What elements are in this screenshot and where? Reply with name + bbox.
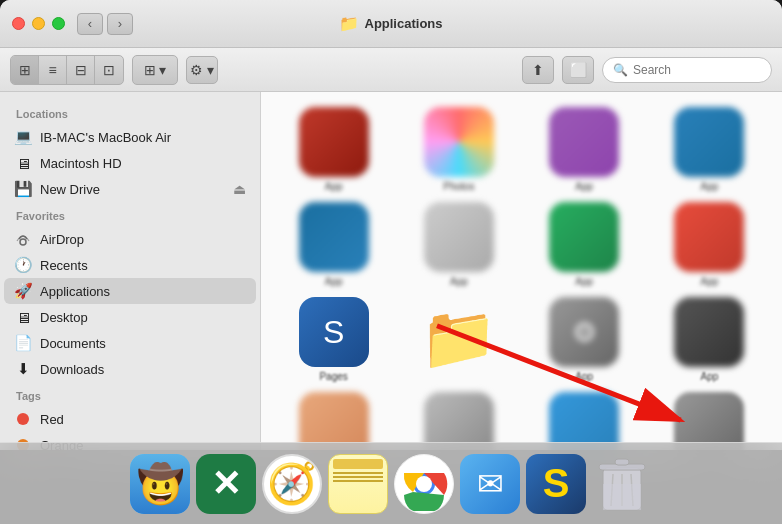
- dock-item-mail[interactable]: ✉: [460, 454, 520, 514]
- sidebar-item-macbook[interactable]: 💻 IB-MAC's MacBook Air: [4, 124, 256, 150]
- app-icon: [424, 202, 494, 272]
- share-button[interactable]: ⬆: [522, 56, 554, 84]
- sidebar-section-tags: Tags: [0, 382, 260, 406]
- titlebar: ‹ › 📁 Applications: [0, 0, 782, 48]
- window-title: 📁 Applications: [339, 14, 442, 33]
- search-input[interactable]: [633, 63, 761, 77]
- grid-view-button[interactable]: ⊞: [11, 56, 39, 84]
- list-item[interactable]: App: [401, 202, 516, 287]
- resize-icon: ⬜: [570, 62, 587, 78]
- sidebar-section-locations: Locations: [0, 100, 260, 124]
- app-icon: [674, 107, 744, 177]
- sidebar-item-recents-label: Recents: [40, 258, 88, 273]
- view-buttons-group1: ⊞ ≡ ⊟ ⊡: [10, 55, 124, 85]
- sidebar-item-desktop-label: Desktop: [40, 310, 88, 325]
- sidebar-item-red-label: Red: [40, 412, 64, 427]
- list-item[interactable]: App: [276, 107, 391, 192]
- group-button[interactable]: ⊞ ▾: [133, 56, 177, 84]
- sidebar-item-macbook-label: IB-MAC's MacBook Air: [40, 130, 171, 145]
- sidebar-item-downloads-label: Downloads: [40, 362, 104, 377]
- finder-icon: 🤠: [137, 462, 184, 506]
- list-item[interactable]: Photos: [401, 107, 516, 192]
- list-item[interactable]: S Pages: [276, 297, 391, 382]
- list-item[interactable]: App: [276, 202, 391, 287]
- action-button[interactable]: ⚙ ▾: [186, 56, 218, 84]
- app-name: App: [575, 276, 593, 287]
- safari-icon: 🧭: [267, 460, 317, 507]
- dock-item-chrome[interactable]: [394, 454, 454, 514]
- downloads-icon: ⬇: [14, 360, 32, 378]
- documents-icon: 📄: [14, 334, 32, 352]
- close-button[interactable]: [12, 17, 25, 30]
- sidebar-item-airdrop-label: AirDrop: [40, 232, 84, 247]
- app-icon: [549, 107, 619, 177]
- list-item[interactable]: App: [652, 202, 767, 287]
- maximize-button[interactable]: [52, 17, 65, 30]
- app-name: App: [700, 276, 718, 287]
- sidebar-item-documents-label: Documents: [40, 336, 106, 351]
- dock-item-notes[interactable]: [328, 454, 388, 514]
- toolbar: ⊞ ≡ ⊟ ⊡ ⊞ ▾ ⚙ ▾ ⬆ ⬜ 🔍: [0, 48, 782, 92]
- list-item[interactable]: 📁: [401, 297, 516, 382]
- list-item[interactable]: App: [527, 202, 642, 287]
- content-area: App Photos App App App: [261, 92, 782, 450]
- app-icon: [299, 107, 369, 177]
- share-icon: ⬆: [532, 62, 544, 78]
- sidebar-item-newdrive[interactable]: 💾 New Drive ⏏: [4, 176, 256, 202]
- dock-item-scrivener[interactable]: S: [526, 454, 586, 514]
- notes-line: [333, 476, 383, 478]
- list-item[interactable]: App: [527, 107, 642, 192]
- gear-icon: ⚙ ▾: [190, 62, 214, 78]
- dock-item-excel[interactable]: ✕: [196, 454, 256, 514]
- nav-buttons: ‹ ›: [77, 13, 133, 35]
- app-name: App: [575, 181, 593, 192]
- list-item[interactable]: App: [652, 107, 767, 192]
- minimize-button[interactable]: [32, 17, 45, 30]
- app-icon: [549, 202, 619, 272]
- columns-view-button[interactable]: ⊟: [67, 56, 95, 84]
- sidebar-item-red[interactable]: Red: [4, 406, 256, 432]
- app-name: App: [325, 276, 343, 287]
- excel-icon: ✕: [211, 463, 241, 505]
- list-item[interactable]: App: [652, 297, 767, 382]
- notes-header: [333, 459, 383, 469]
- dock-item-trash[interactable]: [592, 454, 652, 514]
- app-grid: App Photos App App App: [261, 92, 782, 450]
- svg-point-5: [416, 476, 432, 492]
- sidebar-item-applications[interactable]: 🚀 Applications: [4, 278, 256, 304]
- group-button-group: ⊞ ▾: [132, 55, 178, 85]
- list-view-button[interactable]: ≡: [39, 56, 67, 84]
- size-button[interactable]: ⬜: [562, 56, 594, 84]
- harddrive-icon: 🖥: [14, 154, 32, 172]
- list-item[interactable]: ⚙ App: [527, 297, 642, 382]
- sidebar-item-applications-label: Applications: [40, 284, 110, 299]
- search-box[interactable]: 🔍: [602, 57, 772, 83]
- dock-item-finder[interactable]: 🤠: [130, 454, 190, 514]
- forward-button[interactable]: ›: [107, 13, 133, 35]
- sidebar-item-airdrop[interactable]: AirDrop: [4, 226, 256, 252]
- gallery-view-button[interactable]: ⊡: [95, 56, 123, 84]
- app-name: Pages: [319, 371, 347, 382]
- notes-line: [333, 480, 383, 482]
- macbook-icon: 💻: [14, 128, 32, 146]
- sidebar-item-documents[interactable]: 📄 Documents: [4, 330, 256, 356]
- app-icon: [674, 297, 744, 367]
- window-title-icon: 📁: [339, 14, 359, 33]
- app-icon: S: [299, 297, 369, 367]
- app-icon: [424, 107, 494, 177]
- sidebar-item-downloads[interactable]: ⬇ Downloads: [4, 356, 256, 382]
- sidebar-item-recents[interactable]: 🕐 Recents: [4, 252, 256, 278]
- app-name: App: [700, 371, 718, 382]
- search-icon: 🔍: [613, 63, 628, 77]
- sidebar-item-desktop[interactable]: 🖥 Desktop: [4, 304, 256, 330]
- window-title-text: Applications: [364, 16, 442, 31]
- back-button[interactable]: ‹: [77, 13, 103, 35]
- sidebar: Locations 💻 IB-MAC's MacBook Air 🖥 Macin…: [0, 92, 261, 450]
- app-name: App: [325, 181, 343, 192]
- finder-window: ‹ › 📁 Applications ⊞ ≡ ⊟ ⊡ ⊞ ▾ ⚙ ▾ ⬆: [0, 0, 782, 450]
- dock-item-safari[interactable]: 🧭: [262, 454, 322, 514]
- app-name: App: [450, 276, 468, 287]
- sidebar-item-macintosh-label: Macintosh HD: [40, 156, 122, 171]
- sidebar-item-macintosh[interactable]: 🖥 Macintosh HD: [4, 150, 256, 176]
- traffic-lights: [12, 17, 65, 30]
